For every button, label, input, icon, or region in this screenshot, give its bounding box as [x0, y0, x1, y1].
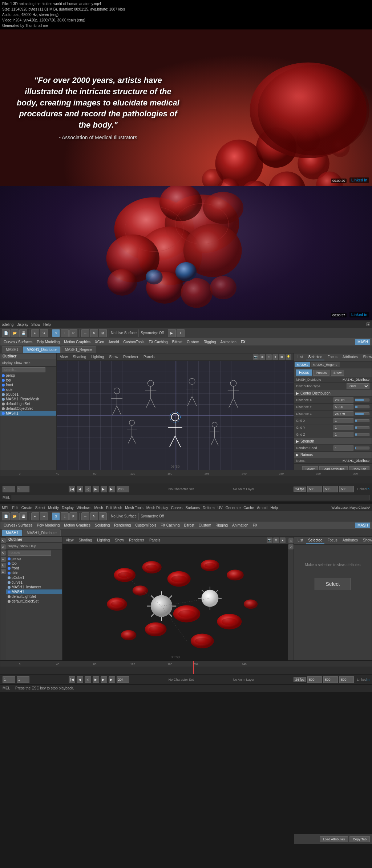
- transport2-next-frame[interactable]: ▶|: [101, 676, 107, 683]
- menu-custom[interactable]: CustomTools: [122, 339, 146, 345]
- attr-disty-slider[interactable]: [355, 405, 369, 408]
- tab-mash1-distribute[interactable]: MASH1_Distribute: [23, 346, 60, 353]
- maya2-menu-curves[interactable]: Curves: [171, 506, 183, 510]
- attr-raimos-header[interactable]: ▶ Raimos: [294, 452, 372, 458]
- vp2-menu-view[interactable]: View: [65, 538, 75, 543]
- tree2-item-defaultlightset[interactable]: defaultLightSet: [6, 594, 62, 599]
- tree2-item-side[interactable]: side: [6, 571, 62, 575]
- attr2-tab-selected[interactable]: Selected: [306, 537, 325, 544]
- window-controls[interactable]: ⊞: [367, 323, 370, 326]
- transport-play-back[interactable]: ◁: [85, 486, 91, 492]
- side-icon-lasso[interactable]: ⌀: [1, 544, 6, 549]
- transport-goto-start[interactable]: |◀: [69, 486, 75, 492]
- attr-tab-focus[interactable]: Focus: [325, 354, 339, 360]
- toolbar2-btn-new[interactable]: 📄: [2, 512, 10, 520]
- menu2-curves[interactable]: Curves / Surfaces: [2, 523, 34, 528]
- toolbar-btn-scale[interactable]: ⊠: [99, 329, 107, 337]
- maya2-menu-surfaces[interactable]: Surfaces: [185, 506, 199, 510]
- maya2-menu-mel[interactable]: MEL: [2, 506, 9, 510]
- range2-mid1[interactable]: [307, 676, 322, 683]
- menu2-animation[interactable]: Animation: [230, 523, 250, 528]
- timeline-playhead-1[interactable]: [112, 470, 112, 484]
- show-hide-button-1[interactable]: Show: [331, 370, 344, 376]
- transport-next-frame[interactable]: ▶|: [101, 486, 107, 492]
- mel-input-1[interactable]: [12, 495, 369, 500]
- attr-seed-slider[interactable]: [355, 447, 369, 449]
- menu-custom2[interactable]: Custom: [185, 339, 201, 345]
- select-btn-1[interactable]: Select: [302, 466, 318, 470]
- menu2-custom2[interactable]: Custom: [197, 523, 213, 528]
- transport-prev-frame[interactable]: ◀: [77, 486, 83, 492]
- tab-mash1-regene[interactable]: MASH1_Regene: [61, 346, 96, 353]
- transport2-play-fwd[interactable]: ▶: [93, 676, 99, 683]
- toolbar-btn-save[interactable]: 💾: [19, 329, 27, 337]
- attr-distz-input[interactable]: [333, 411, 353, 416]
- attr-tab-show[interactable]: Show: [361, 354, 372, 360]
- tab2-mash1[interactable]: MASH1: [2, 529, 22, 536]
- vp2-icon-camera[interactable]: 📷: [267, 537, 272, 543]
- outliner-search-2[interactable]: [8, 551, 51, 556]
- attr-gridy-input[interactable]: [333, 425, 353, 430]
- transport-goto-end[interactable]: ▶|: [109, 486, 115, 492]
- tree-item-front-1[interactable]: front: [0, 383, 56, 387]
- attr2-tab-attributes[interactable]: Attributes: [340, 537, 360, 544]
- tree-item-repromesh[interactable]: MASH1_ReproMesh: [0, 397, 56, 401]
- tree-item-defaultobjectset-1[interactable]: defaultObjectSet: [0, 406, 56, 411]
- maya2-menu-generate[interactable]: Generate: [226, 506, 241, 510]
- tree2-item-persp[interactable]: persp: [6, 556, 62, 561]
- tree2-item-pcube1[interactable]: pCube1: [6, 575, 62, 580]
- menu2-motion[interactable]: Motion Graphics: [62, 523, 92, 528]
- focus-button-1[interactable]: Focus: [296, 369, 312, 376]
- attr-distz-slider[interactable]: [355, 412, 369, 415]
- menu2-bifrost[interactable]: Bifrost: [182, 523, 196, 528]
- toolbar2-btn-redo[interactable]: ↪: [40, 512, 48, 520]
- tree2-item-curve1[interactable]: curve1: [6, 580, 62, 585]
- menu2-custom[interactable]: CustomTools: [133, 523, 158, 528]
- toolbar-btn-select[interactable]: S: [52, 329, 60, 337]
- side-icon-paint[interactable]: ✎: [1, 551, 6, 556]
- vp2-menu-shading[interactable]: Shading: [78, 538, 93, 543]
- attr-gridy-slider[interactable]: [355, 426, 369, 429]
- maya2-menu-arnold[interactable]: Arnold: [257, 506, 267, 510]
- transport-play-fwd[interactable]: ▶: [93, 486, 99, 492]
- range-end-1[interactable]: [17, 486, 29, 492]
- range-start-2[interactable]: [3, 676, 15, 683]
- right-icon-1[interactable]: ▷: [288, 538, 294, 543]
- outliner-search-1[interactable]: [2, 367, 45, 372]
- toolbar-btn-ipr[interactable]: I: [177, 329, 185, 337]
- menu-arnold[interactable]: Arnold: [107, 339, 121, 345]
- vp-icon-wireframe[interactable]: ○: [266, 354, 272, 360]
- attr-gridx-input[interactable]: [333, 418, 353, 423]
- vp-icon-grid[interactable]: ⊞: [259, 354, 265, 360]
- toolbar-btn-lasso[interactable]: L: [61, 329, 69, 337]
- tree-item-persp-1[interactable]: persp: [0, 373, 56, 378]
- range2-end[interactable]: [339, 676, 354, 683]
- tree-item-mash1[interactable]: MASH1: [0, 411, 56, 416]
- vp-menu-renderer[interactable]: Renderer: [122, 355, 140, 359]
- vp-icon-camera[interactable]: 📷: [253, 354, 259, 360]
- tree-item-pcube1[interactable]: pCube1: [0, 392, 56, 397]
- attr-disttype-select[interactable]: Grid Random Radial: [347, 383, 369, 389]
- attr-center-dist-header[interactable]: ▶ Center Distribution: [294, 390, 372, 397]
- transport2-goto-end[interactable]: ▶|: [109, 676, 115, 683]
- tree-item-defaultlightset-1[interactable]: defaultLightSet: [0, 401, 56, 406]
- vp2-menu-show[interactable]: Show: [114, 538, 125, 543]
- copy-tab-btn-1[interactable]: Copy Tab: [349, 466, 369, 470]
- vp-menu-shading[interactable]: Shading: [72, 355, 88, 359]
- toolbar2-btn-save[interactable]: 💾: [19, 512, 27, 520]
- maya2-menu-meshdisplay[interactable]: Mesh Display: [146, 506, 168, 510]
- tree2-item-top[interactable]: top: [6, 561, 62, 566]
- attr-tab-attributes[interactable]: Attributes: [340, 354, 360, 360]
- attr-distx-slider[interactable]: [355, 399, 369, 401]
- toolbar-btn-rotate[interactable]: ↻: [90, 329, 98, 337]
- range-mid1-1[interactable]: [307, 486, 322, 492]
- menu-mash[interactable]: MASH: [355, 339, 370, 345]
- toolbar-btn-redo[interactable]: ↪: [40, 329, 48, 337]
- attr-distx-input[interactable]: [333, 397, 353, 403]
- toolbar2-btn-move[interactable]: ↔: [81, 512, 89, 520]
- attr-tab-selected[interactable]: Selected: [306, 354, 325, 360]
- maya2-menu-modify[interactable]: Modify: [48, 506, 59, 510]
- mash-tab-regene[interactable]: MASH1_Regene: [311, 362, 340, 367]
- menu-polymodel[interactable]: Poly Modeling: [35, 339, 61, 345]
- toolbar-btn-move[interactable]: ↔: [81, 329, 89, 337]
